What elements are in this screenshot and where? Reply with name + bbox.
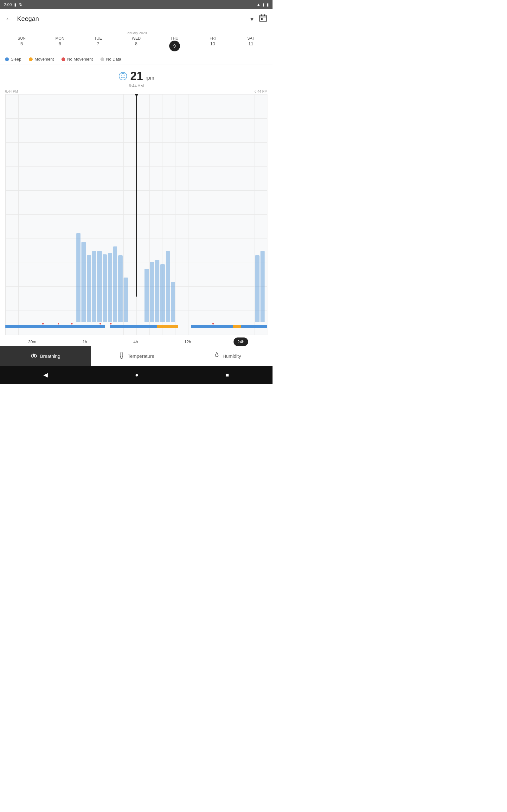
sleep-label: Sleep	[11, 57, 21, 61]
time-axis-30m[interactable]: 30m	[24, 338, 40, 346]
bar	[155, 260, 160, 322]
bar	[145, 269, 149, 322]
drop-icon	[213, 352, 220, 360]
bar	[171, 282, 175, 322]
legend-no-data: No Data	[101, 57, 121, 61]
tab-label-humidity: Humidity	[223, 353, 241, 359]
status-icons: ▲ ▮ ▮	[257, 2, 269, 7]
chart-time-right: 6:44 PM	[255, 90, 268, 93]
day-item-sun[interactable]: SUN5	[6, 36, 38, 51]
legend-no-movement: No Movement	[61, 57, 93, 61]
chart-area: 6:44 PM 6:44 PM 30m1h4h12h24h	[5, 90, 268, 343]
sleep-segment	[105, 325, 110, 328]
no-movement-label: No Movement	[67, 57, 93, 61]
chart-time-labels: 6:44 PM 6:44 PM	[5, 90, 268, 93]
home-nav-button[interactable]: ●	[135, 372, 138, 378]
sleep-segment	[191, 325, 233, 328]
movement-dot	[100, 323, 101, 324]
movement-dot	[58, 323, 59, 324]
sleep-segment	[241, 325, 267, 328]
bar	[87, 255, 91, 322]
time-axis: 30m1h4h12h24h	[5, 335, 268, 346]
time-axis-1h[interactable]: 1h	[78, 338, 91, 346]
tab-label-breathing: Breathing	[40, 353, 60, 359]
no-movement-dot	[61, 57, 65, 61]
week-nav: January 2020 SUN5MON6TUE7WED8THU9FRI10SA…	[0, 29, 273, 54]
legend: Sleep Movement No Movement No Data	[0, 54, 273, 64]
back-button[interactable]: ←	[5, 15, 12, 23]
bar	[113, 247, 118, 322]
bar	[150, 262, 154, 322]
movement-dot	[42, 323, 44, 324]
day-item-thu[interactable]: THU9	[159, 36, 190, 51]
wifi-icon: ▲	[257, 2, 261, 7]
time-axis-24h[interactable]: 24h	[233, 338, 248, 346]
svg-rect-0	[260, 15, 267, 21]
tab-humidity[interactable]: Humidity	[181, 346, 273, 366]
chart-time-left: 6:44 PM	[5, 90, 18, 93]
bar	[124, 277, 128, 322]
movement-dots	[5, 322, 267, 324]
recent-nav-button[interactable]: ■	[226, 372, 229, 378]
sleep-segment	[178, 325, 191, 328]
battery-icon: ▮	[262, 2, 265, 7]
bars-area	[5, 233, 267, 322]
chart-container[interactable]	[5, 94, 268, 335]
day-item-sat[interactable]: SAT11	[235, 36, 267, 51]
svg-point-6	[121, 75, 122, 76]
sync-icon: ↻	[19, 2, 22, 7]
day-item-fri[interactable]: FRI10	[197, 36, 228, 51]
bar	[261, 251, 265, 322]
movement-dot	[71, 323, 72, 324]
movement-label: Movement	[35, 57, 54, 61]
movement-dot	[212, 323, 214, 324]
legend-movement: Movement	[29, 57, 54, 61]
dropdown-button[interactable]: ▾	[250, 15, 253, 23]
header: ← Keegan ▾	[0, 9, 273, 29]
rpm-time: 6:44 AM	[129, 84, 144, 88]
sleep-band	[5, 325, 267, 328]
rpm-unit: rpm	[146, 75, 154, 81]
bar	[103, 254, 107, 322]
tab-label-temperature: Temperature	[128, 353, 154, 359]
bar	[92, 251, 97, 322]
sleep-dot	[5, 57, 9, 61]
sleep-segment	[233, 325, 241, 328]
bar	[166, 251, 170, 322]
movement-dot	[29, 57, 33, 61]
no-data-label: No Data	[106, 57, 121, 61]
android-nav: ◀ ● ■	[0, 366, 273, 384]
day-item-mon[interactable]: MON6	[44, 36, 76, 51]
legend-sleep: Sleep	[5, 57, 21, 61]
time-axis-4h[interactable]: 4h	[130, 338, 142, 346]
day-item-wed[interactable]: WED8	[120, 36, 152, 51]
page-title: Keegan	[17, 15, 250, 22]
rpm-value: 21	[130, 69, 143, 83]
no-data-dot	[101, 57, 104, 61]
bar	[160, 264, 165, 322]
tab-breathing[interactable]: Breathing	[0, 346, 91, 366]
baby-icon	[118, 71, 128, 81]
movement-dot	[110, 323, 112, 324]
bar	[255, 255, 260, 322]
svg-point-7	[124, 75, 125, 76]
month-label: January 2020	[0, 31, 273, 35]
signal-icon: ▮	[267, 2, 269, 7]
bar	[76, 233, 81, 322]
sleep-segment	[110, 325, 157, 328]
temp-icon	[118, 352, 125, 360]
sim-icon: ▮	[14, 2, 16, 7]
rpm-display: 21 rpm 6:44 AM	[0, 64, 273, 90]
week-days: SUN5MON6TUE7WED8THU9FRI10SAT11	[0, 36, 273, 54]
bar	[108, 253, 112, 322]
sleep-segment	[157, 325, 178, 328]
status-time: 2:00	[4, 2, 12, 7]
lungs-icon	[31, 352, 38, 360]
calendar-button[interactable]	[259, 14, 268, 24]
back-nav-button[interactable]: ◀	[43, 371, 48, 378]
tab-temperature[interactable]: Temperature	[91, 346, 182, 366]
bar	[81, 242, 86, 322]
time-axis-12h[interactable]: 12h	[180, 338, 195, 346]
day-item-tue[interactable]: TUE7	[82, 36, 114, 51]
status-bar: 2:00 ▮ ↻ ▲ ▮ ▮	[0, 0, 273, 9]
